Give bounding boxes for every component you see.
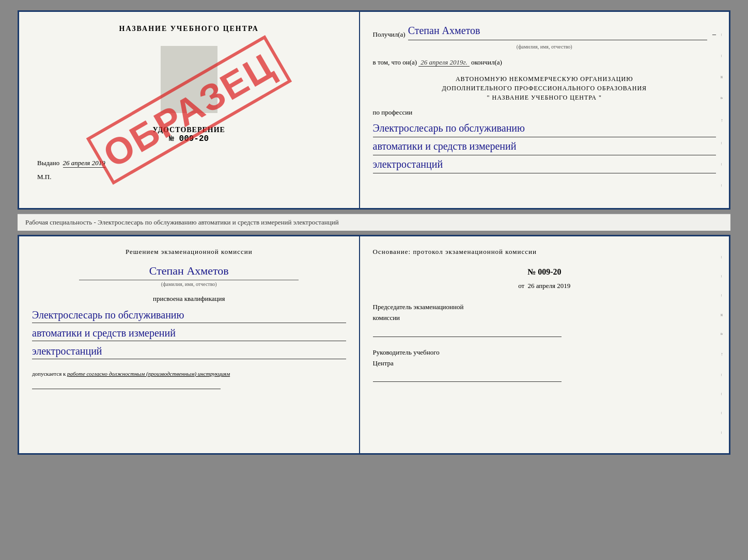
cert-bottom-left: Решением экзаменационной комиссии Степан…: [19, 236, 360, 453]
fio-sub-bottom: (фамилия, имя, отчество): [79, 280, 299, 289]
avt-line3: " НАЗВАНИЕ УЧЕБНОГО ЦЕНТРА ": [373, 93, 716, 102]
prof-line2: автоматики и средств измерений: [373, 139, 716, 155]
udostoverenie-title: УДОСТОВЕРЕНИЕ: [153, 126, 225, 134]
vydano-label: Выдано: [37, 159, 59, 167]
mp-label: М.П.: [37, 173, 51, 181]
ot-label: от: [518, 282, 524, 290]
cert-top-right: Получил(а) Степан Ахметов – (фамилия, им…: [360, 12, 729, 208]
cert-date: 26 апреля 2019г.: [418, 58, 469, 67]
cert-bottom-right: Основание: протокол экзаменационной коми…: [360, 236, 729, 453]
ot-date: от 26 апреля 2019: [373, 281, 716, 292]
separator-text: Рабочая специальность - Электрослесарь п…: [18, 214, 730, 231]
po-professii-label: по профессии: [373, 107, 716, 118]
photo-placeholder: [161, 46, 217, 113]
ot-date-value: 26 апреля 2019: [527, 282, 570, 290]
okonchil-label: окончил(а): [471, 58, 502, 66]
poluchil-row: Получил(а) Степан Ахметов –: [373, 22, 716, 40]
recipient-name-top: Степан Ахметов: [408, 22, 707, 40]
prof-line1: Электрослесарь по обслуживанию: [373, 121, 716, 137]
v-tom-row: в том, что он(а) 26 апреля 2019г. окончи…: [373, 57, 716, 68]
cert-top: НАЗВАНИЕ УЧЕБНОГО ЦЕНТРА УДОСТОВЕРЕНИЕ №…: [18, 10, 730, 210]
cert-bottom: Решением экзаменационной комиссии Степан…: [18, 235, 730, 455]
rukovoditel-line1: Руководитель учебного: [373, 347, 716, 358]
document-container: НАЗВАНИЕ УЧЕБНОГО ЦЕНТРА УДОСТОВЕРЕНИЕ №…: [18, 10, 730, 455]
qual-line1: Электрослесарь по обслуживанию: [32, 307, 346, 323]
rukovoditel-sign-line: [373, 381, 562, 382]
resheniem-title: Решением экзаменационной комиссии: [32, 247, 346, 258]
vydano-date: 26 апреля 2019: [63, 159, 105, 168]
udostoverenie-number: № 009-20: [153, 134, 225, 143]
chairman-block: Председатель экзаменационной комиссии: [373, 302, 716, 337]
predsedatel-sign-line: [373, 337, 562, 337]
avt-line2: ДОПОЛНИТЕЛЬНОГО ПРОФЕССИОНАЛЬНОГО ОБРАЗО…: [373, 84, 716, 93]
qual-line3: электростанций: [32, 343, 346, 359]
udostoverenie-block: УДОСТОВЕРЕНИЕ № 009-20: [153, 126, 225, 143]
qual-line2: автоматики и средств измерений: [32, 325, 346, 341]
v-tom-label: в том, что он(а): [373, 58, 417, 66]
osnovanie-title: Основание: протокол экзаменационной коми…: [373, 247, 716, 258]
bottom-left-sign-line: [32, 389, 221, 389]
prisvoena-line: присвоена квалификация: [32, 294, 346, 305]
prof-line3: электростанций: [373, 157, 716, 173]
rukovoditel-block: Руководитель учебного Центра: [373, 347, 716, 382]
side-marks-top: – – и а ← – – –: [715, 12, 729, 208]
dopuskaetsya-label: допускается к: [32, 371, 66, 377]
recipient-name-bottom: Степан Ахметов: [32, 262, 346, 280]
avt-line1: АВТОНОМНУЮ НЕКОММЕРЧЕСКУЮ ОРГАНИЗАЦИЮ: [373, 74, 716, 84]
predsedatel-line2: комиссии: [373, 313, 716, 324]
poluchil-label: Получил(а): [373, 29, 406, 40]
protocol-number: № 009-20: [373, 265, 716, 279]
uc-title: НАЗВАНИЕ УЧЕБНОГО ЦЕНТРА: [119, 25, 259, 33]
side-marks-bottom: – – – и а ← – – – –: [715, 236, 729, 453]
fio-sub-top: (фамилия, имя, отчество): [373, 43, 716, 51]
cert-top-left: НАЗВАНИЕ УЧЕБНОГО ЦЕНТРА УДОСТОВЕРЕНИЕ №…: [19, 12, 360, 208]
predsedatel-line1: Председатель экзаменационной: [373, 302, 716, 313]
dopuskaetsya-block: допускается к работе согласно должностны…: [32, 370, 346, 379]
mp-line: М.П.: [32, 173, 346, 181]
dopusk-text: работе согласно должностным (производств…: [67, 371, 230, 377]
avt-org-block: АВТОНОМНУЮ НЕКОММЕРЧЕСКУЮ ОРГАНИЗАЦИЮ ДО…: [373, 74, 716, 102]
vydano-line: Выдано 26 апреля 2019: [32, 159, 346, 168]
rukovoditel-line2: Центра: [373, 358, 716, 369]
